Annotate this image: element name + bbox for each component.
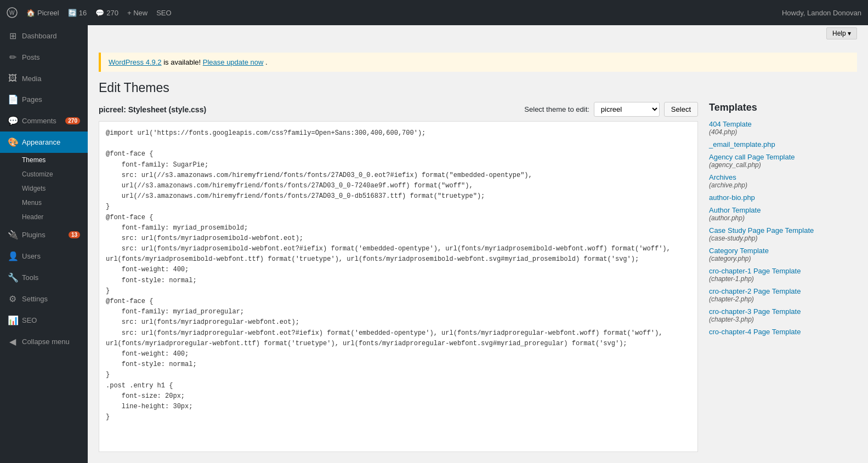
template-name-link[interactable]: cro-chapter-1 Page Template [709,267,857,275]
sidebar-item-pages[interactable]: 📄 Pages [0,89,88,110]
sidebar-item-dashboard[interactable]: ⊞ Dashboard [0,25,88,47]
sidebar-item-users[interactable]: 👤 Users [0,245,88,267]
sidebar-subitem-menus[interactable]: Menus [0,196,88,210]
select-theme-button[interactable]: Select [664,102,698,117]
dashboard-icon: ⊞ [8,31,18,41]
sidebar-subitem-header[interactable]: Header [0,210,88,224]
visits-link[interactable]: 🔄 16 [68,9,87,17]
sidebar-item-tools[interactable]: 🔧 Tools [0,267,88,288]
wp-version-link[interactable]: WordPress 4.9.2 [109,58,162,66]
editor-wrapper: picreel: Stylesheet (style.css) Select t… [99,102,698,452]
sidebar-item-collapse[interactable]: ◀ Collapse menu [0,331,88,352]
body-content: WordPress 4.9.2 is available! Please upd… [88,42,868,463]
update-now-link[interactable]: Please update now [203,58,264,66]
sidebar-item-seo[interactable]: 📊 SEO [0,310,88,331]
template-item[interactable]: Archives(archive.php) [709,173,857,189]
template-file-label: (category.php) [709,255,857,262]
template-list: 404 Template(404.php)_email_template.php… [709,120,857,336]
template-item[interactable]: author-bio.php [709,193,857,202]
template-file-label: (404.php) [709,128,857,136]
template-file-label: (chapter-3.php) [709,316,857,323]
template-name-link[interactable]: Archives [709,173,857,181]
template-item[interactable]: Agency call Page Template(agency_call.ph… [709,153,857,169]
sidebar-item-appearance[interactable]: 🎨 Appearance [0,132,88,153]
help-bar: Help ▾ [88,25,868,42]
sidebar-item-comments[interactable]: 💬 Comments 270 [0,110,88,132]
sidebar-item-settings[interactable]: ⚙ Settings [0,288,88,310]
sidebar-subitem-customize[interactable]: Customize [0,167,88,181]
users-icon: 👤 [8,251,18,261]
template-name-link[interactable]: author-bio.php [709,193,857,202]
template-file-label: (archive.php) [709,181,857,189]
template-name-link[interactable]: Agency call Page Template [709,153,857,161]
editor-header: picreel: Stylesheet (style.css) Select t… [99,102,698,117]
theme-select-label: Select theme to edit: [524,105,589,113]
comments-icon: 💬 [8,116,18,126]
template-item[interactable]: Case Study Page Page Template(case-study… [709,226,857,242]
appearance-icon: 🎨 [8,137,18,147]
site-name-link[interactable]: 🏠 Picreel [26,9,59,17]
editor-filename: picreel: Stylesheet (style.css) [99,105,206,114]
seo-icon: 📊 [8,315,18,325]
theme-selector[interactable]: picreel [594,102,660,117]
wp-logo[interactable]: W [7,7,18,18]
new-content-link[interactable]: + New [127,9,147,17]
template-file-label: (author.php) [709,214,857,222]
template-item[interactable]: cro-chapter-4 Page Template [709,328,857,336]
settings-icon: ⚙ [8,294,18,304]
sidebar-item-posts[interactable]: ✏ Posts [0,47,88,68]
collapse-icon: ◀ [8,336,18,347]
template-item[interactable]: _email_template.php [709,140,857,148]
template-name-link[interactable]: cro-chapter-4 Page Template [709,328,857,336]
template-file-label: (chapter-1.php) [709,275,857,283]
svg-text:W: W [9,10,15,16]
sidebar-item-plugins[interactable]: 🔌 Plugins 13 [0,224,88,245]
code-editor[interactable] [99,121,698,452]
template-item[interactable]: cro-chapter-1 Page Template(chapter-1.ph… [709,267,857,283]
template-file-label: (agency_call.php) [709,161,857,169]
comments-link[interactable]: 💬 270 [95,9,118,17]
templates-title: Templates [709,102,857,113]
plugins-badge: 13 [69,231,80,238]
template-item[interactable]: Category Template(category.php) [709,247,857,262]
theme-select-area: Select theme to edit: picreel Select [524,102,698,117]
main-content-area: Help ▾ WordPress 4.9.2 is available! Ple… [88,25,868,463]
template-file-label: (chapter-2.php) [709,295,857,303]
template-name-link[interactable]: cro-chapter-2 Page Template [709,287,857,295]
template-name-link[interactable]: 404 Template [709,120,857,128]
sidebar-item-media[interactable]: 🖼 Media [0,68,88,89]
posts-icon: ✏ [8,52,18,62]
sidebar-subitem-themes[interactable]: Themes [0,153,88,167]
help-button[interactable]: Help ▾ [826,27,857,39]
template-name-link[interactable]: Author Template [709,206,857,214]
template-item[interactable]: Author Template(author.php) [709,206,857,222]
template-name-link[interactable]: cro-chapter-3 Page Template [709,307,857,316]
tools-icon: 🔧 [8,272,18,283]
plugins-icon: 🔌 [8,230,18,240]
template-item[interactable]: 404 Template(404.php) [709,120,857,136]
user-greeting: Howdy, Landon Donovan [782,9,861,17]
page-title: Edit Themes [99,81,857,95]
comments-badge: 270 [65,117,80,124]
template-item[interactable]: cro-chapter-3 Page Template(chapter-3.ph… [709,307,857,323]
update-notice: WordPress 4.9.2 is available! Please upd… [99,53,857,72]
sidebar-subitem-widgets[interactable]: Widgets [0,181,88,196]
template-name-link[interactable]: Category Template [709,247,857,255]
template-name-link[interactable]: _email_template.php [709,140,857,148]
media-icon: 🖼 [8,73,18,83]
admin-sidebar: ⊞ Dashboard ✏ Posts 🖼 Media 📄 Pages 💬 Co… [0,25,88,463]
template-name-link[interactable]: Case Study Page Page Template [709,226,857,235]
seo-link[interactable]: SEO [156,9,171,17]
admin-bar: W 🏠 Picreel 🔄 16 💬 270 + New SEO Howdy, … [0,0,868,25]
template-file-label: (case-study.php) [709,235,857,242]
template-item[interactable]: cro-chapter-2 Page Template(chapter-2.ph… [709,287,857,303]
pages-icon: 📄 [8,94,18,105]
editor-area: picreel: Stylesheet (style.css) Select t… [99,102,857,452]
templates-sidebar: Templates 404 Template(404.php)_email_te… [698,102,857,452]
